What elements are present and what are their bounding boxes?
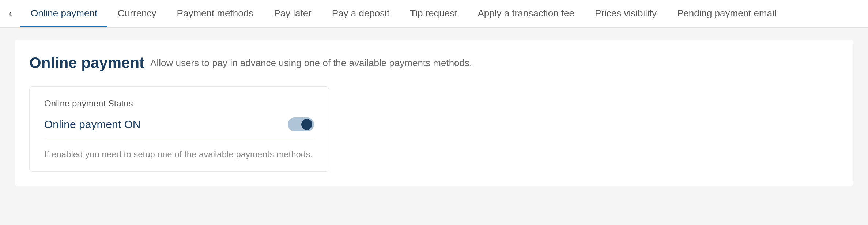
online-payment-card: Online payment Status Online payment ON … [29, 86, 329, 172]
tab-currency[interactable]: Currency [107, 0, 166, 27]
toggle-track [288, 117, 314, 131]
tab-pay-a-deposit[interactable]: Pay a deposit [322, 0, 400, 27]
tab-online-payment[interactable]: Online payment [20, 0, 107, 27]
tab-pending-payment-email[interactable]: Pending payment email [667, 0, 787, 27]
card-status-label: Online payment Status [44, 98, 314, 109]
section-header: Online payment Allow users to pay in adv… [29, 54, 839, 72]
toggle-label: Online payment ON [44, 118, 140, 131]
helper-text: If enabled you need to setup one of the … [44, 149, 314, 160]
online-payment-toggle[interactable] [288, 117, 314, 131]
tab-apply-transaction-fee[interactable]: Apply a transaction fee [467, 0, 585, 27]
main-content: Online payment Allow users to pay in adv… [15, 40, 853, 186]
toggle-row: Online payment ON [44, 117, 314, 140]
toggle-thumb [301, 119, 312, 130]
tab-pay-later[interactable]: Pay later [264, 0, 322, 27]
back-button[interactable] [3, 7, 18, 21]
tab-payment-methods[interactable]: Payment methods [167, 0, 264, 27]
navigation-bar: Online payment Currency Payment methods … [0, 0, 868, 28]
section-description: Allow users to pay in advance using one … [150, 57, 472, 69]
tab-prices-visibility[interactable]: Prices visibility [585, 0, 667, 27]
tab-tip-request[interactable]: Tip request [400, 0, 467, 27]
section-title: Online payment [29, 54, 144, 72]
tab-navigation: Online payment Currency Payment methods … [20, 0, 868, 27]
